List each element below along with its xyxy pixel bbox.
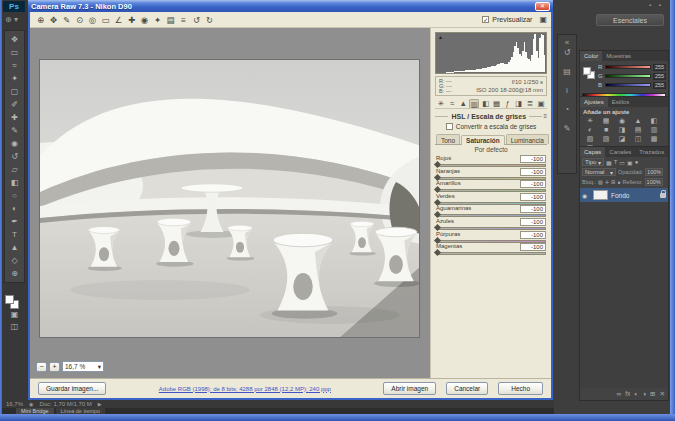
straighten-tool[interactable]: ∠ — [112, 15, 125, 25]
panel-tab[interactable]: Estilos — [608, 97, 634, 107]
done-button[interactable]: Hecho — [498, 382, 543, 395]
layer-row-background[interactable]: ◉ Fondo — [580, 188, 668, 202]
workspace-switcher-button[interactable]: Esenciales — [596, 14, 664, 26]
filter-shape-layers-icon[interactable]: ▭ — [619, 159, 625, 166]
rotate-right-button[interactable]: ↻ — [203, 15, 216, 25]
panel-collapse-icons[interactable]: ▪ ▪ — [649, 2, 664, 8]
color-balance-adjustment-icon[interactable]: ■ — [598, 125, 614, 134]
photo-filter-adjustment-icon[interactable]: ▤ — [630, 125, 646, 134]
quick-mask-button[interactable]: ▣ — [6, 309, 23, 321]
spot-removal-tool[interactable]: ✚ — [125, 15, 138, 25]
image-preview[interactable] — [39, 59, 420, 338]
panel-tab[interactable]: Color — [580, 51, 602, 61]
levels-adjustment-icon[interactable]: ▦ — [598, 116, 614, 125]
slider-track[interactable] — [436, 240, 546, 243]
hsl-subtab[interactable]: Tono — [436, 134, 460, 144]
panel-tab[interactable]: Muestras — [602, 51, 635, 61]
pen-tool[interactable]: ✒ — [6, 215, 23, 228]
vibrance-adjustment-icon[interactable]: ◧ — [646, 116, 662, 125]
exposure-adjustment-icon[interactable]: ▲ — [630, 116, 646, 125]
tab-camera-calibration[interactable]: ◨ — [514, 99, 524, 108]
slider-track[interactable] — [436, 214, 546, 217]
panel-tab[interactable]: Capas — [580, 147, 605, 157]
hsl-subtab[interactable]: Saturación — [461, 135, 505, 145]
info-panel-icon[interactable]: i — [566, 86, 568, 95]
history-brush-tool[interactable]: ↺ — [6, 150, 23, 163]
fill-value[interactable]: 100% — [645, 178, 663, 186]
slider-value[interactable]: -100 — [520, 205, 546, 213]
white-balance-tool[interactable]: ✎ — [60, 15, 73, 25]
slider-track[interactable] — [436, 177, 546, 180]
slider-track[interactable] — [436, 227, 546, 230]
filter-toggle-icon[interactable]: ● — [635, 159, 639, 166]
color-panel-swatches[interactable] — [583, 67, 595, 79]
navigator-panel-icon[interactable]: ◔ — [565, 105, 570, 114]
lock-position-icon[interactable]: ✛ — [605, 179, 609, 185]
zoom-in-button[interactable]: + — [49, 362, 60, 372]
lasso-tool[interactable]: ≈ — [6, 59, 23, 72]
slider-track[interactable] — [436, 252, 546, 255]
graduated-filter-tool[interactable]: ▤ — [164, 15, 177, 25]
type-tool[interactable]: T — [6, 228, 23, 241]
filter-pixel-layers-icon[interactable]: ▦ — [606, 159, 612, 166]
screen-mode-button[interactable]: ◫ — [6, 321, 23, 333]
cancel-button[interactable]: Cancelar — [446, 382, 488, 395]
layer-style-icon[interactable]: fx — [625, 390, 630, 398]
foreground-color-swatch[interactable] — [583, 67, 591, 75]
zoom-tool[interactable]: ⊕ — [6, 267, 23, 280]
foreground-color-swatch[interactable] — [5, 295, 14, 304]
color-sampler-tool[interactable]: ⊙ — [73, 15, 86, 25]
preferences-button[interactable]: ≡ — [177, 15, 190, 25]
close-icon[interactable]: ✕ — [535, 2, 550, 11]
delete-layer-icon[interactable]: ✕ — [660, 390, 665, 398]
layer-mask-icon[interactable]: ◐ — [634, 390, 638, 398]
clone-stamp-tool[interactable]: ◉ — [6, 137, 23, 150]
brush-panel-icon[interactable]: ✎ — [564, 124, 571, 133]
status-zoom-level[interactable]: 16,7% — [6, 400, 23, 408]
convert-grayscale-checkbox[interactable] — [446, 123, 453, 130]
panel-menu-icon[interactable]: ≡ — [543, 113, 547, 119]
tab-hsl-grayscale[interactable]: ▥ — [469, 99, 479, 108]
tab-basic[interactable]: ✳ — [436, 99, 446, 108]
history-panel-icon[interactable]: ↺ — [564, 48, 571, 57]
blend-mode-dropdown[interactable]: Normal ▾ — [582, 168, 616, 176]
healing-brush-tool[interactable]: ✚ — [6, 111, 23, 124]
filter-type-layers-icon[interactable]: T — [614, 159, 618, 166]
layer-filter-dropdown[interactable]: Tipo ▾ — [582, 158, 604, 166]
panel-tab[interactable]: Trazados — [635, 147, 668, 157]
path-selection-tool[interactable]: ▲ — [6, 241, 23, 254]
posterize-adjustment-icon[interactable]: ◪ — [614, 134, 630, 143]
filter-smart-objects-icon[interactable]: ▣ — [627, 159, 633, 166]
slider-value[interactable]: -100 — [520, 155, 546, 163]
hue-saturation-adjustment-icon[interactable]: ◐ — [582, 125, 598, 134]
shape-tool[interactable]: ◇ — [6, 254, 23, 267]
slider-value[interactable]: -100 — [520, 218, 546, 226]
eyedropper-tool[interactable]: ✐ — [6, 98, 23, 111]
fullscreen-toggle-icon[interactable]: ▣ — [539, 15, 547, 24]
hsl-subtab[interactable]: Luminancia — [506, 134, 549, 144]
layer-visibility-eye-icon[interactable]: ◉ — [582, 192, 590, 199]
curves-adjustment-icon[interactable]: ◉ — [614, 116, 630, 125]
slider-value[interactable]: -100 — [520, 231, 546, 239]
quick-selection-tool[interactable]: ✦ — [6, 72, 23, 85]
default-link[interactable]: Por defecto — [435, 145, 547, 154]
move-tool[interactable]: ✥ — [6, 33, 23, 46]
lock-pixels-icon[interactable]: ⊞ — [611, 179, 615, 185]
slider-value[interactable]: -100 — [520, 180, 546, 188]
status-flyout-arrow[interactable]: ▶ — [98, 400, 102, 408]
slider-track[interactable] — [436, 164, 546, 167]
slider-track[interactable] — [436, 189, 546, 192]
tab-effects[interactable]: ƒ — [503, 99, 513, 108]
dialog-title-bar[interactable]: Camera Raw 7.3 - Nikon D90 ✕ — [28, 0, 553, 12]
properties-panel-icon[interactable]: ▤ — [563, 67, 571, 76]
channel-mixer-adjustment-icon[interactable]: ▥ — [646, 125, 662, 134]
targeted-adjustment-tool[interactable]: ◎ — [86, 15, 99, 25]
tab-split-toning[interactable]: ◧ — [480, 99, 490, 108]
green-value[interactable]: 255 — [653, 73, 666, 80]
adjustment-brush-tool[interactable]: ✦ — [151, 15, 164, 25]
crop-tool[interactable]: ▢ — [6, 85, 23, 98]
lock-transparency-icon[interactable]: ▨ — [598, 179, 603, 185]
opacity-value[interactable]: 100% — [645, 168, 663, 176]
panel-tab[interactable]: Ajustes — [580, 97, 608, 107]
preview-checkbox[interactable]: ✓ — [482, 16, 489, 23]
